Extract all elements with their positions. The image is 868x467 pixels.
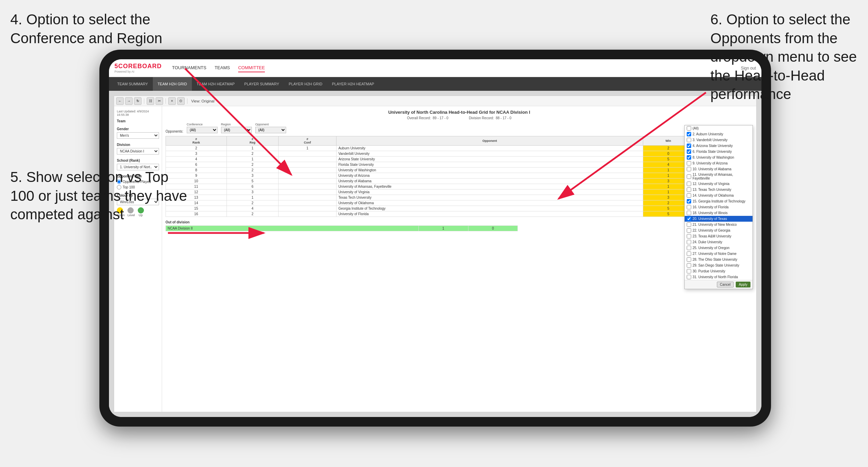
dropdown-item[interactable]: 15. Georgia Institute of Technology [685,198,753,204]
toolbar-cut[interactable]: ✂ [156,97,163,105]
toolbar-grid[interactable]: ☷ [147,97,154,105]
division-select[interactable]: NCAA Division I [117,148,159,155]
team-label: Team [117,119,159,123]
opponent-filter-group: Opponent (All) [255,123,286,133]
cell-reg: 2 [227,200,278,206]
table-row: 14 2 University of Oklahoma 2 2 [166,200,753,206]
cell-opponent: University of Oklahoma [337,200,643,206]
opponent-filter-select[interactable]: (All) [255,127,286,133]
out-of-division-table: NCAA Division II 1 0 [166,225,518,231]
table-row: 10 5 University of Alabama 3 0 [166,179,753,184]
tableau-toolbar: ← → ↻ ☷ ✂ + ⏲ View: Original [114,96,756,106]
cell-conf [278,195,337,200]
dropdown-item[interactable]: 14. University of Oklahoma [685,193,753,198]
dropdown-item[interactable]: 25. University of Oregon [685,245,753,251]
report-panel: ← → ↻ ☷ ✂ + ⏲ View: Original [114,96,757,412]
dropdown-item[interactable]: 21. University of New Mexico [685,222,753,228]
ncaa-div2-loss: 0 [468,226,518,231]
logo-text: 5COREBOARD [114,63,162,70]
cell-opponent: Florida State University [337,162,643,168]
col-opponent: Opponent [337,136,643,146]
cancel-button[interactable]: Cancel [717,282,734,287]
toolbar-clock[interactable]: ⏲ [177,97,185,105]
logo-sub: Powered by AI [114,70,162,73]
gender-select[interactable]: Men's [117,132,159,139]
nav-links: TOURNAMENTS TEAMS COMMITTEE [172,64,741,72]
table-row: 6 2 Florida State University 4 2 [166,162,753,168]
nav-teams[interactable]: TEAMS [215,64,230,72]
cell-conf [278,200,337,206]
content-wrapper: ← → ↻ ☷ ✂ + ⏲ View: Original [109,91,761,417]
dropdown-item[interactable]: 2. Auburn University [685,131,753,137]
nav-tournaments[interactable]: TOURNAMENTS [172,64,206,72]
cell-reg: 1 [227,146,278,151]
cell-conf [278,157,337,162]
toolbar-refresh[interactable]: ↻ [134,97,142,105]
cell-reg: 3 [227,173,278,179]
cell-opponent: University of Washington [337,168,643,173]
dropdown-item[interactable]: 10. University of Alabama [685,166,753,172]
tab-player-h2h-grid[interactable]: PLAYER H2H GRID [284,77,327,91]
dropdown-item[interactable]: 12. University of Virginia [685,181,753,187]
toolbar-forward[interactable]: → [125,97,133,105]
region-filter-select[interactable]: (All) [221,127,252,133]
dropdown-item[interactable]: 29. San Diego State University [685,262,753,268]
table-row: 13 1 Texas Tech University 3 0 [166,195,753,200]
gender-label: Gender [117,127,159,131]
cell-opponent: University of Florida [337,211,643,217]
cell-reg: 1 [227,157,278,162]
report-title: University of North Carolina Head-to-Hea… [166,110,753,115]
dropdown-item[interactable]: 11. University of Arkansas, Fayetteville [685,172,753,181]
tab-team-h2h-grid[interactable]: TEAM H2H GRID [153,77,192,91]
table-row: 15 4 Georgia Institute of Technology 5 0 [166,206,753,211]
dropdown-item[interactable]: 9. University of Arizona [685,160,753,166]
opponents-label: Opponents: [166,130,183,133]
cell-reg: 2 [227,151,278,157]
division-filter-section: Division NCAA Division I [117,143,159,155]
nav-committee[interactable]: COMMITTEE [238,64,265,72]
cell-reg: 6 [227,184,278,189]
dropdown-item[interactable]: 23. Texas A&M University [685,233,753,239]
toolbar-add[interactable]: + [168,97,176,105]
out-of-division-label: Out of division [166,220,753,224]
filter-row: Opponents: Conference (All) Region [166,123,753,133]
cell-reg: 4 [227,206,278,211]
dropdown-item[interactable]: 22. University of Georgia [685,228,753,233]
dropdown-item[interactable]: 20. University of Texas [685,216,753,222]
dropdown-item[interactable]: 24. Duke University [685,239,753,245]
col-reg: #Reg [227,136,278,146]
toolbar-sep3 [187,98,187,104]
dropdown-item[interactable]: 27. University of Notre Dame [685,251,753,257]
tab-team-summary[interactable]: TEAM SUMMARY [112,77,153,91]
report-body: Last Updated: 4/9/2024 16:55:38 Team Gen… [114,106,756,412]
cell-conf [278,162,337,168]
dropdown-item[interactable]: (All) [685,125,753,131]
tab-player-h2h-heatmap[interactable]: PLAYER H2H HEATMAP [327,77,379,91]
table-row: 2 1 1 Auburn University 2 1 [166,146,753,151]
dropdown-item[interactable]: 18. University of Illinois [685,210,753,216]
dropdown-item[interactable]: 6. Florida State University [685,149,753,155]
dropdown-item[interactable]: 4. Arizona State University [685,143,753,149]
dropdown-item[interactable]: 28. The Ohio State University [685,257,753,262]
tab-player-summary[interactable]: PLAYER SUMMARY [240,77,284,91]
toolbar-back[interactable]: ← [116,97,124,105]
dropdown-item[interactable]: 31. University of North Florida [685,274,753,280]
school-label: School (Rank) [117,159,159,162]
cell-opponent: Georgia Institute of Technology [337,206,643,211]
tab-team-h2h-heatmap[interactable]: TEAM H2H HEATMAP [192,77,240,91]
toolbar-sep1 [144,98,144,104]
cell-opponent: University of Arkansas, Fayetteville [337,184,643,189]
data-table: #Rank #Reg #Conf Opponent Win Loss [166,136,753,217]
dropdown-item[interactable]: 8. University of Washington [685,155,753,160]
ncaa-div2-win: 1 [418,226,468,231]
dropdown-item[interactable]: 13. Texas Tech University [685,187,753,193]
cell-reg: 2 [227,211,278,217]
apply-button[interactable]: Apply [736,282,750,287]
conference-filter-select[interactable]: (All) [187,127,218,133]
dropdown-item[interactable]: 3. Vanderbilt University [685,137,753,143]
dropdown-item[interactable]: 16. University of Florida [685,204,753,210]
dropdown-item[interactable]: 30. Purdue University [685,268,753,274]
table-row: 9 3 University of Arizona 1 0 [166,173,753,179]
cell-reg: 1 [227,195,278,200]
region-filter-label: Region [221,123,252,126]
